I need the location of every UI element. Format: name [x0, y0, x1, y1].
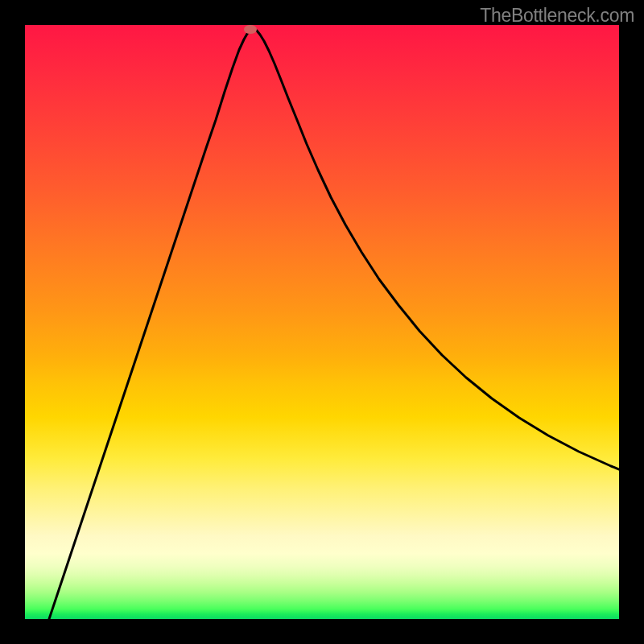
bottleneck-curve	[25, 25, 619, 619]
optimal-marker	[244, 25, 257, 34]
watermark-text: TheBottleneck.com	[480, 5, 634, 27]
